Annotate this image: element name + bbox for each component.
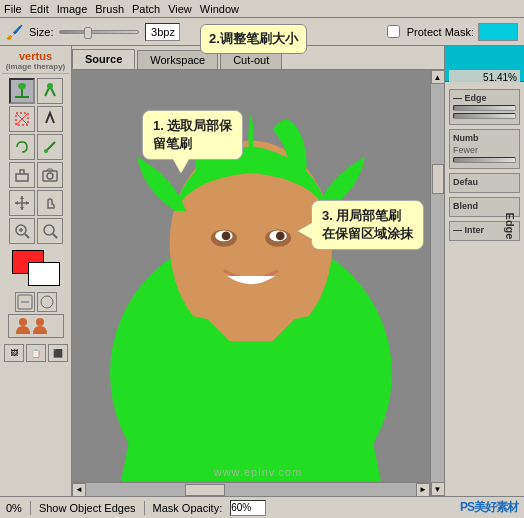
svg-point-23 bbox=[36, 318, 44, 326]
svg-marker-9 bbox=[20, 196, 24, 199]
panel-value: 51.41% bbox=[449, 70, 520, 85]
background-color[interactable] bbox=[28, 262, 60, 286]
tab-source[interactable]: Source bbox=[72, 49, 135, 69]
tool-bottom3[interactable]: ⬛ bbox=[48, 344, 68, 362]
tool-dropper[interactable] bbox=[9, 162, 35, 188]
tool-hand[interactable] bbox=[37, 190, 63, 216]
toolbar-brand: vertus (image therapy) bbox=[2, 50, 69, 74]
color-swatch[interactable] bbox=[12, 250, 60, 286]
canvas[interactable]: 1. 选取局部保留笔刷 3. 用局部笔刷在保留区域涂抹 www.epinv.co… bbox=[72, 70, 444, 496]
tool-wand[interactable] bbox=[37, 134, 63, 160]
bottom-icons: 🖼 📋 ⬛ bbox=[4, 344, 68, 362]
scroll-track-h[interactable] bbox=[86, 483, 416, 497]
tool-row-4 bbox=[9, 162, 63, 188]
svg-point-21 bbox=[41, 296, 53, 308]
svg-rect-6 bbox=[16, 174, 28, 181]
panel-default: Defau bbox=[449, 173, 520, 193]
menu-file[interactable]: File bbox=[4, 3, 22, 15]
tool-row-3 bbox=[9, 134, 63, 160]
tool-row-1 bbox=[9, 78, 63, 104]
show-object-edges[interactable]: Show Object Edges bbox=[39, 502, 136, 514]
protect-mask-checkbox[interactable] bbox=[387, 25, 400, 38]
scroll-up-button[interactable]: ▲ bbox=[431, 70, 445, 84]
right-panel: 51.41% — Edge Numb Fewer Defau Blend — I… bbox=[444, 46, 524, 496]
svg-marker-11 bbox=[15, 201, 18, 205]
edge-slider[interactable] bbox=[453, 105, 516, 111]
canvas-image bbox=[72, 70, 430, 482]
menu-edit[interactable]: Edit bbox=[30, 3, 49, 15]
svg-marker-10 bbox=[20, 207, 24, 210]
edge-slider2[interactable] bbox=[453, 113, 516, 119]
brand-name: vertus bbox=[2, 50, 69, 62]
svg-point-17 bbox=[44, 225, 54, 235]
tool-select[interactable] bbox=[37, 106, 63, 132]
ps-logo: PS美好素材 bbox=[460, 499, 518, 516]
main-area: vertus (image therapy) bbox=[0, 46, 524, 496]
menu-patch[interactable]: Patch bbox=[132, 3, 160, 15]
fewer-label: Fewer bbox=[453, 145, 516, 155]
tool-text[interactable] bbox=[37, 218, 63, 244]
svg-point-22 bbox=[19, 318, 27, 326]
zoom-level: 0% bbox=[6, 502, 22, 514]
tool-zoom[interactable] bbox=[9, 218, 35, 244]
mask-opacity-label: Mask Opacity: bbox=[153, 502, 223, 514]
svg-point-2 bbox=[47, 83, 53, 89]
brand-subtitle: (image therapy) bbox=[2, 62, 69, 71]
panel-number: Numb Fewer bbox=[449, 129, 520, 169]
statusbar: 0% Show Object Edges Mask Opacity: PS美好素… bbox=[0, 496, 524, 518]
scrollbar-vertical[interactable]: ▲ ▼ bbox=[430, 70, 444, 496]
svg-point-32 bbox=[276, 232, 285, 241]
tool-bottom2[interactable]: 📋 bbox=[26, 344, 46, 362]
scrollbar-horizontal[interactable]: ◄ ► bbox=[72, 482, 430, 496]
svg-rect-0 bbox=[15, 96, 29, 98]
tool-row-5 bbox=[9, 190, 63, 216]
number-label: Numb bbox=[453, 133, 516, 143]
svg-point-31 bbox=[222, 232, 231, 241]
menubar: File Edit Image Brush Patch View Window bbox=[0, 0, 524, 18]
scroll-left-button[interactable]: ◄ bbox=[72, 483, 86, 497]
menu-window[interactable]: Window bbox=[200, 3, 239, 15]
protect-mask-label: Protect Mask: bbox=[407, 26, 474, 38]
scroll-right-button[interactable]: ► bbox=[416, 483, 430, 497]
callout-1: 1. 选取局部保留笔刷 bbox=[142, 110, 243, 160]
svg-marker-12 bbox=[26, 201, 29, 205]
menu-brush[interactable]: Brush bbox=[95, 3, 124, 15]
svg-line-14 bbox=[25, 234, 29, 238]
svg-point-1 bbox=[18, 83, 26, 89]
blend-label: Blend bbox=[453, 201, 516, 211]
edge-vertical-label: Edge bbox=[505, 213, 517, 240]
tool-camera[interactable] bbox=[37, 162, 63, 188]
svg-point-5 bbox=[44, 149, 48, 153]
mask-opacity-input[interactable] bbox=[230, 500, 266, 516]
callout-2: 2.调整笔刷大小 bbox=[200, 24, 307, 54]
divider-1 bbox=[30, 501, 31, 515]
callout-3: 3. 用局部笔刷在保留区域涂抹 bbox=[311, 200, 424, 250]
panel-edge: — Edge bbox=[449, 89, 520, 125]
tool-person[interactable] bbox=[8, 314, 64, 338]
size-slider[interactable] bbox=[59, 30, 139, 34]
tool-row-bottom bbox=[15, 292, 57, 312]
tool-bottom1[interactable]: 🖼 bbox=[4, 344, 24, 362]
edge-label: — Edge bbox=[453, 93, 516, 103]
scroll-track-v[interactable] bbox=[431, 84, 445, 482]
watermark: www.epinv.com bbox=[214, 466, 303, 478]
tool-brush-local[interactable] bbox=[9, 78, 35, 104]
number-slider[interactable] bbox=[453, 157, 516, 163]
scroll-down-button[interactable]: ▼ bbox=[431, 482, 445, 496]
tool-brush-2[interactable] bbox=[37, 78, 63, 104]
size-icon: 🖌️ bbox=[6, 24, 23, 40]
tool-paint[interactable] bbox=[9, 106, 35, 132]
tool-lasso[interactable] bbox=[9, 134, 35, 160]
size-input[interactable] bbox=[145, 23, 180, 41]
size-label: Size: bbox=[29, 26, 53, 38]
tool-move[interactable] bbox=[9, 190, 35, 216]
menu-image[interactable]: Image bbox=[57, 3, 88, 15]
svg-point-8 bbox=[47, 173, 53, 179]
content-area: Source Workspace Cut-out bbox=[72, 46, 444, 496]
tool-row-6 bbox=[9, 218, 63, 244]
tool-extra2[interactable] bbox=[37, 292, 57, 312]
scroll-thumb-v[interactable] bbox=[432, 164, 444, 194]
scroll-thumb-h[interactable] bbox=[185, 484, 225, 496]
menu-view[interactable]: View bbox=[168, 3, 192, 15]
tool-extra1[interactable] bbox=[15, 292, 35, 312]
